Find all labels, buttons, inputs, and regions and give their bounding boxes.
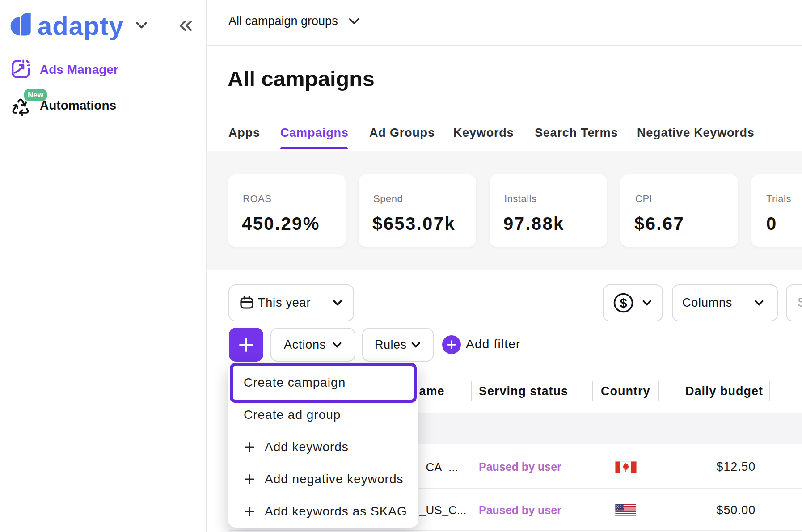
svg-text:$: $ [620,296,627,310]
